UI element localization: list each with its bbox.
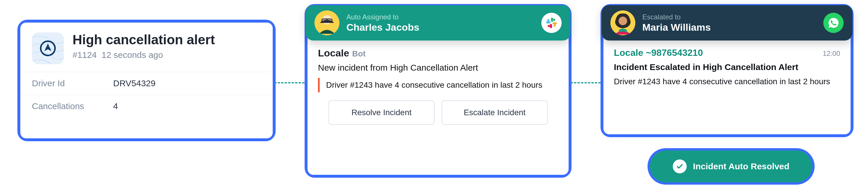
assignee-avatar-icon (314, 10, 339, 35)
bot-name: Locale (318, 47, 349, 59)
ticket-id: #1124 (72, 50, 97, 60)
escalation-body: Driver #1243 have 4 consecutive cancella… (614, 76, 840, 87)
escalatee-name: Maria Williams (642, 22, 711, 33)
svg-rect-5 (551, 17, 553, 22)
detail-label: Cancellations (32, 101, 113, 111)
slack-icon (541, 13, 562, 33)
assignee-sublabel: Auto Assigned to (346, 13, 419, 21)
assignee-name: Charles Jacobs (346, 22, 419, 33)
incident-body: Driver #1243 have 4 consecutive cancella… (318, 78, 558, 92)
escalation-title: Incident Escalated in High Cancellation … (614, 62, 840, 72)
whatsapp-card: Locale ~9876543210 12:00 Incident Escala… (603, 7, 850, 134)
assignee-header: Auto Assigned to Charles Jacobs (306, 5, 570, 40)
resolution-pill: Incident Auto Resolved (650, 151, 812, 182)
alert-subtitle: #1124 12 seconds ago (72, 50, 215, 60)
message-timestamp: 12:00 (823, 49, 840, 58)
resolution-label: Incident Auto Resolved (693, 161, 789, 171)
svg-point-10 (619, 17, 627, 26)
detail-value: DRV54329 (113, 78, 155, 88)
incident-title: New incident from High Cancellation Aler… (318, 63, 558, 73)
whatsapp-icon (823, 13, 844, 33)
escalatee-header: Escalated to Maria Williams (602, 5, 852, 40)
locale-source: Locale ~9876543210 (614, 47, 703, 58)
alert-age: 12 seconds ago (101, 50, 163, 60)
alert-card: High cancellation alert #1124 12 seconds… (20, 23, 273, 138)
svg-rect-6 (553, 22, 557, 24)
check-circle-icon (673, 159, 687, 174)
svg-rect-8 (546, 22, 551, 24)
bot-author: LocaleBot (318, 47, 558, 59)
detail-row: Driver Id DRV54329 (20, 72, 273, 94)
alert-title: High cancellation alert (72, 32, 215, 47)
svg-rect-7 (550, 24, 552, 28)
detail-value: 4 (113, 101, 118, 111)
bot-tag: Bot (352, 49, 366, 58)
escalate-incident-button[interactable]: Escalate Incident (441, 101, 548, 125)
resolve-incident-button[interactable]: Resolve Incident (329, 101, 435, 125)
escalatee-avatar-icon (610, 10, 636, 35)
detail-label: Driver Id (32, 78, 113, 88)
escalatee-sublabel: Escalated to (642, 13, 711, 21)
slack-card: LocaleBot New incident from High Cancell… (308, 7, 568, 175)
detail-row: Cancellations 4 (20, 94, 273, 117)
navigation-icon (32, 32, 64, 64)
